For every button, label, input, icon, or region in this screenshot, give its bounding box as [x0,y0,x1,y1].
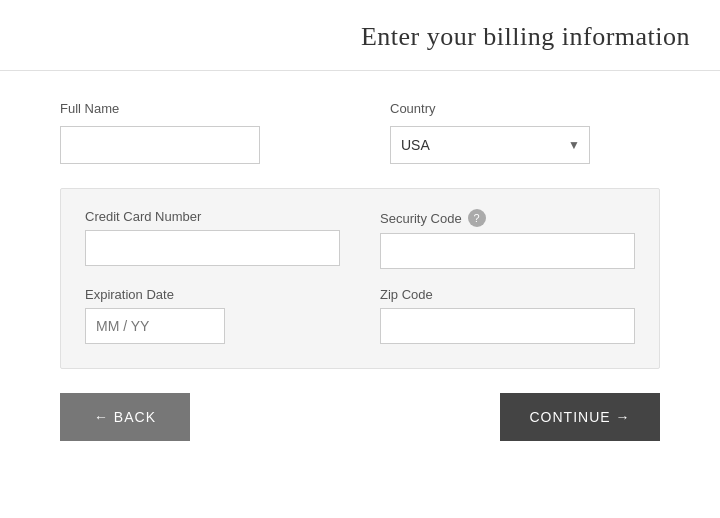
full-name-input[interactable] [60,126,260,164]
expiry-zip-row: Expiration Date Zip Code [85,287,635,344]
back-button[interactable]: ← BACK [60,393,190,441]
zip-code-label: Zip Code [380,287,433,302]
expiration-date-group: Expiration Date [85,287,340,344]
billing-form: Full Name Country USA Canada United King… [0,71,720,461]
country-group: Country USA Canada United Kingdom Austra… [390,101,660,164]
bottom-buttons: ← BACK CONTINUE → [60,393,660,441]
expiration-date-input[interactable] [85,308,225,344]
card-number-row: Credit Card Number Security Code ? [85,209,635,269]
credit-card-label: Credit Card Number [85,209,201,224]
country-select-wrapper: USA Canada United Kingdom Australia Germ… [390,126,590,164]
country-select[interactable]: USA Canada United Kingdom Australia Germ… [390,126,590,164]
top-fields-row: Full Name Country USA Canada United King… [60,101,660,164]
page-header: Enter your billing information [0,0,720,71]
security-code-input[interactable] [380,233,635,269]
security-code-group: Security Code ? [380,209,635,269]
continue-button[interactable]: CONTINUE → [500,393,660,441]
credit-card-label-row: Credit Card Number [85,209,340,224]
expiration-date-label-row: Expiration Date [85,287,340,302]
expiration-date-label: Expiration Date [85,287,174,302]
full-name-label: Full Name [60,101,330,116]
zip-code-group: Zip Code [380,287,635,344]
country-label: Country [390,101,660,116]
security-code-label-row: Security Code ? [380,209,635,227]
credit-card-input[interactable] [85,230,340,266]
zip-code-label-row: Zip Code [380,287,635,302]
security-code-label: Security Code [380,211,462,226]
credit-card-group: Credit Card Number [85,209,340,269]
zip-code-input[interactable] [380,308,635,344]
page-title: Enter your billing information [30,22,690,52]
full-name-group: Full Name [60,101,330,164]
card-section: Credit Card Number Security Code ? Expir… [60,188,660,369]
security-code-help-icon[interactable]: ? [468,209,486,227]
